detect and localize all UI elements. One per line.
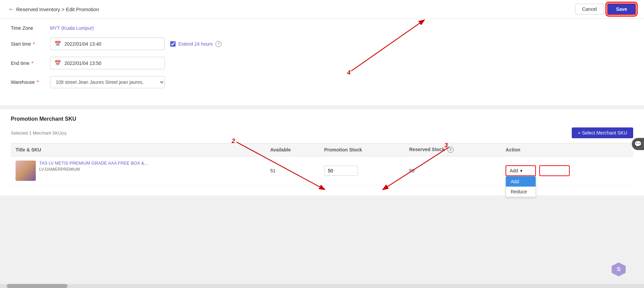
cell-reserved-stock: 50	[405, 157, 501, 185]
action-dropdown-wrapper[interactable]: Add ▾ Add Reduce	[506, 165, 536, 176]
back-button[interactable]: ←	[8, 6, 14, 13]
cell-title-sku: TAS LV METIS PREMIUM GRADE AAA FREE BOX …	[11, 157, 265, 185]
select-merchant-sku-button[interactable]: + Select Merchant SKU	[572, 127, 633, 138]
product-sku: LV-DAMIERPREMIUM	[39, 167, 148, 172]
save-button[interactable]: Save	[607, 3, 636, 15]
svg-text:S: S	[617, 266, 620, 272]
breadcrumb-text: Reserved Inventory > Edit Promotion	[16, 6, 99, 12]
warehouse-row: Warehouse * 108 street Jean Jaures Stree…	[11, 76, 633, 88]
form-card: Time Zone MYT (Kuala Lumpur) Start time …	[0, 19, 644, 105]
required-star-end: *	[30, 61, 33, 66]
end-time-input[interactable]	[65, 61, 160, 66]
calendar-icon-end: 📅	[54, 60, 61, 66]
required-star-wh: *	[35, 79, 38, 85]
start-time-label: Start time *	[11, 41, 45, 47]
table-row: TAS LV METIS PREMIUM GRADE AAA FREE BOX …	[11, 157, 633, 185]
cell-available: 51	[265, 157, 319, 185]
promo-stock-input[interactable]	[324, 166, 358, 176]
cancel-button[interactable]: Cancel	[575, 4, 604, 15]
scroll-thumb[interactable]	[7, 284, 68, 288]
sku-card: Promotion Merchant SKU Selected 1 Mercha…	[0, 109, 644, 195]
action-option[interactable]: Add	[506, 176, 536, 187]
action-chevron-icon: ▾	[520, 168, 522, 173]
sku-header-row: Selected 1 Merchant SKU(s) + Select Merc…	[11, 127, 633, 138]
col-promo-stock: Promotion Stock	[319, 143, 405, 157]
timezone-value: MYT (Kuala Lumpur)	[50, 25, 94, 31]
col-title-sku: Title & SKU	[11, 143, 265, 157]
selected-count: Selected 1 Merchant SKU(s)	[11, 130, 67, 136]
bottom-scrollbar[interactable]	[0, 284, 644, 288]
action-value-input[interactable]	[539, 165, 570, 176]
product-thumbnail	[16, 161, 36, 181]
warehouse-label: Warehouse *	[11, 79, 45, 85]
required-star: *	[32, 41, 35, 47]
col-action: Action	[501, 143, 633, 157]
sku-table: Title & SKU Available Promotion Stock Re…	[11, 143, 633, 185]
logo-badge: S	[610, 261, 627, 278]
product-name: TAS LV METIS PREMIUM GRADE AAA FREE BOX …	[39, 161, 148, 166]
col-reserved-stock: Reserved Stock ?	[405, 143, 501, 157]
extend-checkbox[interactable]	[170, 41, 176, 47]
sku-section-title: Promotion Merchant SKU	[11, 116, 633, 122]
table-header-row: Title & SKU Available Promotion Stock Re…	[11, 143, 633, 157]
action-dropdown-menu: Add Reduce	[506, 176, 536, 197]
end-time-label: End time *	[11, 61, 45, 66]
reserved-stock-info-icon[interactable]: ?	[447, 147, 454, 153]
action-option[interactable]: Reduce	[506, 187, 536, 197]
timezone-row: Time Zone MYT (Kuala Lumpur)	[11, 25, 633, 31]
timezone-label: Time Zone	[11, 25, 45, 31]
action-select-value: Add	[510, 168, 518, 173]
col-available: Available	[265, 143, 319, 157]
end-time-input-wrapper[interactable]: 📅	[50, 57, 165, 69]
calendar-icon: 📅	[54, 41, 61, 47]
start-time-input[interactable]	[65, 41, 160, 47]
top-bar: ← Reserved Inventory > Edit Promotion Ca…	[0, 0, 644, 19]
info-icon[interactable]: ?	[215, 41, 222, 47]
chat-icon[interactable]: 💬	[632, 138, 644, 150]
start-time-input-wrapper[interactable]: 📅	[50, 38, 165, 50]
extend-text: Extend 24 hours	[178, 41, 213, 47]
cell-promo-stock[interactable]	[319, 157, 405, 185]
cell-action[interactable]: Add ▾ Add Reduce	[501, 157, 633, 185]
breadcrumb: ← Reserved Inventory > Edit Promotion	[8, 6, 99, 13]
end-time-row: End time * 📅	[11, 57, 633, 69]
warehouse-select[interactable]: 108 street Jean Jaures Street jean jaure…	[50, 76, 165, 88]
start-time-row: Start time * 📅 Extend 24 hours ?	[11, 38, 633, 50]
action-select-button[interactable]: Add ▾	[506, 165, 536, 176]
top-bar-actions: Cancel Save	[575, 3, 636, 15]
extend-label: Extend 24 hours ?	[170, 41, 222, 47]
